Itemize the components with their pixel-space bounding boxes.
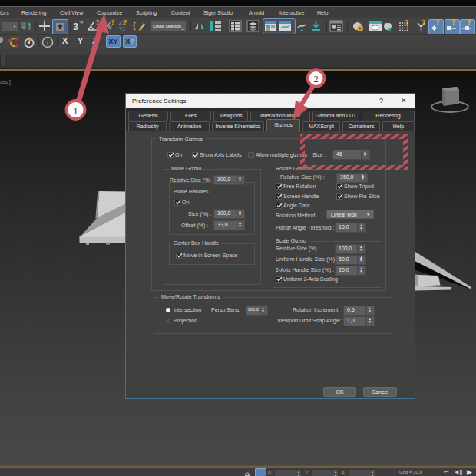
- svg-text:2: 2: [313, 74, 318, 84]
- svg-text:1: 1: [73, 105, 78, 117]
